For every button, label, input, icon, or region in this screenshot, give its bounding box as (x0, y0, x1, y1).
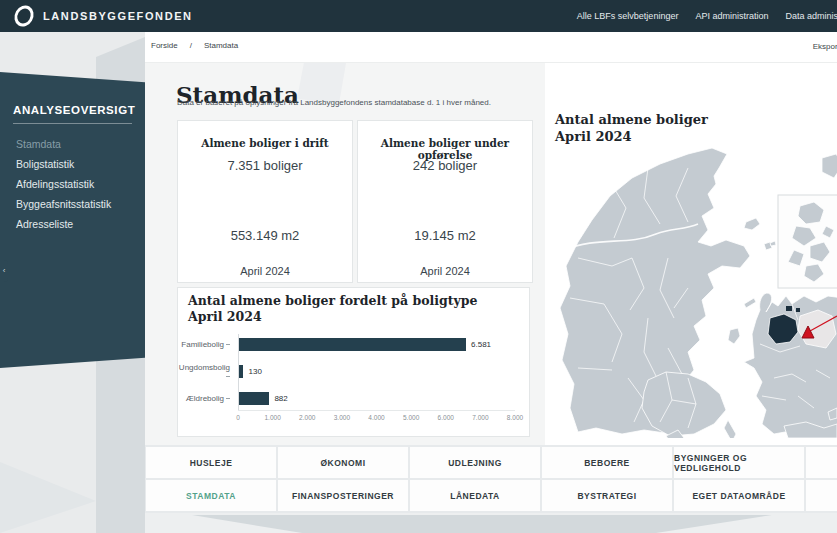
chart-bar[interactable] (239, 392, 269, 405)
breadcrumb: Forside / Stamdata (151, 41, 238, 50)
chart-category-label: Familiebolig (178, 340, 230, 349)
stat-card-period: April 2024 (358, 265, 532, 277)
x-tick-label: 7.000 (472, 414, 488, 421)
sidebar-item-label: Boligstatistik (16, 158, 74, 170)
chart-bar-value: 6.581 (471, 340, 491, 349)
x-tick-label: 1.000 (264, 414, 280, 421)
breadcrumb-separator: / (190, 41, 192, 50)
stat-card-area: 19.145 m2 (358, 228, 532, 243)
brand-name: LANDSBYGGEFONDEN (43, 10, 193, 22)
chart-bar-value: 130 (248, 367, 261, 376)
app-window: LANDSBYGGEFONDEN Alle LBFs selvbetjening… (0, 0, 837, 533)
topbar: LANDSBYGGEFONDEN Alle LBFs selvbetjening… (0, 0, 837, 32)
x-tick-label: 3.000 (334, 414, 350, 421)
x-tick-label: 2.000 (299, 414, 315, 421)
left-background: ANALYSEOVERSIGT Stamdata Boligstatistik … (0, 32, 145, 533)
tab-partial[interactable] (806, 480, 837, 511)
topmenu: Alle LBFs selvbetjeninger API administra… (577, 0, 837, 32)
tab-eget-dataomraade[interactable]: EGET DATAOMRÅDE (674, 480, 804, 511)
main-content: Forside / Stamdata Eksporter Stamdata Da… (145, 32, 837, 533)
stat-card-under-opfoerelse: Almene boliger under opførelse 242 bolig… (357, 120, 533, 283)
sidebar-item[interactable]: Byggeafsnitsstatistik (13, 194, 135, 214)
sidebar-title: ANALYSEOVERSIGT (13, 104, 135, 116)
stat-card-area: 553.149 m2 (178, 228, 352, 243)
tab-bystrategi[interactable]: BYSTRATEGI (542, 480, 672, 511)
tab-husleje[interactable]: HUSLEJE (146, 447, 276, 478)
tab-udlejning[interactable]: UDLEJNING (410, 447, 540, 478)
sidebar-item-label: Byggeafsnitsstatistik (16, 198, 111, 210)
sidebar-item[interactable]: Stamdata (13, 134, 135, 154)
topmenu-item-selvbetjeninger[interactable]: Alle LBFs selvbetjeninger (577, 11, 679, 21)
map-region-fyn (642, 372, 726, 436)
denmark-map[interactable] (548, 138, 837, 438)
tab-beboere[interactable]: BEBOERE (542, 447, 672, 478)
sidebar-divider (13, 123, 132, 124)
tab-finansposteringer[interactable]: FINANSPOSTERINGER (278, 480, 408, 511)
stat-cards: Almene boliger i drift 7.351 boliger 553… (177, 120, 533, 283)
dashboard-tabs: HUSLEJE ØKONOMI UDLEJNING BEBOERE BYGNIN… (145, 445, 837, 513)
chart-category-label: Ungdomsbolig (178, 363, 230, 381)
tab-laanedata[interactable]: LÅNEDATA (410, 480, 540, 511)
sidebar-item[interactable]: Boligstatistik (13, 154, 135, 174)
x-tick-label: 5.000 (403, 414, 419, 421)
export-button[interactable]: Eksporter (813, 42, 837, 51)
topmenu-item-api-administration[interactable]: API administration (695, 11, 768, 21)
chart-category-label: Ældrebolig (178, 394, 230, 403)
analysis-sidebar: ANALYSEOVERSIGT Stamdata Boligstatistik … (0, 72, 145, 368)
x-tick-label: 4.000 (368, 414, 384, 421)
x-tick-label: 6.000 (438, 414, 454, 421)
decor-wedge (0, 462, 96, 533)
footer-decor (145, 513, 837, 533)
footer-trapezoid (192, 515, 772, 533)
breadcrumb-bar: Forside / Stamdata Eksporter (145, 32, 837, 63)
stat-card-boliger-i-drift: Almene boliger i drift 7.351 boliger 553… (177, 120, 353, 283)
sidebar-item-label: Stamdata (16, 138, 61, 150)
chart-bar[interactable] (239, 365, 243, 378)
tab-oekonomi[interactable]: ØKONOMI (278, 447, 408, 478)
chart-x-axis-line (238, 410, 515, 411)
x-tick-label: 0 (236, 414, 240, 421)
sidebar-item[interactable]: Adresseliste (13, 214, 135, 234)
breadcrumb-current: Stamdata (204, 41, 238, 50)
chart-title: Antal almene boliger fordelt på boligtyp… (188, 293, 478, 324)
stat-card-title: Almene boliger i drift (178, 137, 352, 149)
stat-card-units: 242 boliger (358, 158, 532, 173)
x-tick-label: 8.000 (507, 414, 523, 421)
brand[interactable]: LANDSBYGGEFONDEN (14, 6, 193, 26)
tab-stamdata[interactable]: STAMDATA (146, 480, 276, 511)
topmenu-item-data-administration[interactable]: Data administration (785, 11, 837, 21)
stat-card-period: April 2024 (178, 265, 352, 277)
page-subtitle: Data er baseret på oplysninger fra Lands… (177, 98, 491, 107)
tab-bygninger-og-vedligehold[interactable]: BYGNINGER OG VEDLIGEHOLD (674, 447, 804, 478)
breadcrumb-home[interactable]: Forside (151, 41, 178, 50)
tab-partial[interactable] (806, 447, 837, 478)
sidebar-collapse-toggle[interactable]: ‹ (0, 260, 8, 282)
sidebar-item[interactable]: Afdelingsstatistik (13, 174, 135, 194)
boligtype-chart-card: Antal almene boliger fordelt på boligtyp… (177, 287, 530, 437)
x-axis-ticks: 01.0002.0003.0004.0005.0006.0007.0008.00… (238, 414, 515, 426)
lbf-logo-icon (13, 3, 35, 30)
stat-card-units: 7.351 boliger (178, 158, 352, 173)
map-inset-copenhagen (770, 195, 837, 288)
sidebar-item-label: Adresseliste (16, 218, 73, 230)
chart-bar-value: 882 (274, 394, 287, 403)
sidebar-item-label: Afdelingsstatistik (16, 178, 94, 190)
chart-bar[interactable] (239, 338, 466, 351)
